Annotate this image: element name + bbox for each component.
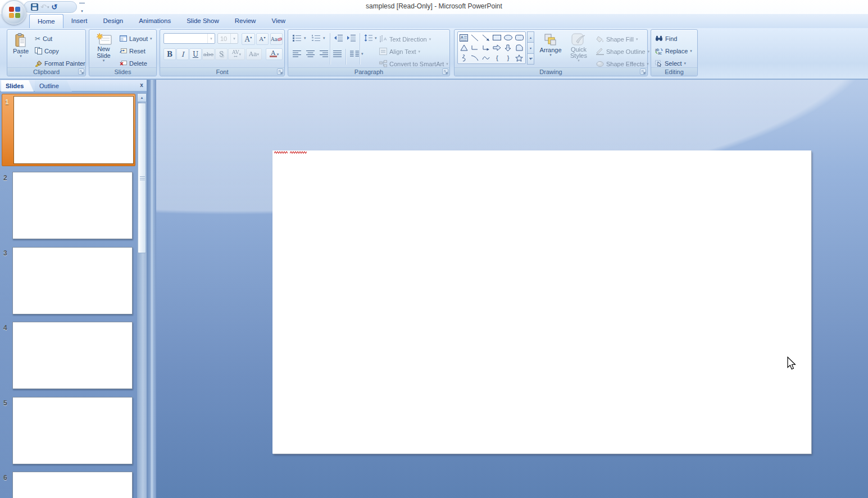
down-arrow-shape-button[interactable]: [503, 43, 514, 53]
curve-shape-button[interactable]: [480, 53, 492, 63]
dialog-launcher-icon: [444, 70, 448, 74]
gallery-more-button[interactable]: ▾: [527, 53, 534, 65]
rectangle-shape-button[interactable]: [492, 33, 503, 43]
right-arrow-shape-button[interactable]: [492, 43, 503, 53]
drawing-dialog-launcher[interactable]: [640, 68, 646, 75]
triangle-shape-button[interactable]: [458, 43, 470, 53]
justify-button[interactable]: [332, 48, 343, 59]
slides-group-label: Slides: [89, 67, 156, 76]
shape-outline-button[interactable]: Shape Outline ▾: [595, 46, 651, 57]
font-size-dropdown-icon[interactable]: ▾: [230, 34, 238, 43]
slide-thumbnail-image: [13, 96, 134, 164]
slide-canvas[interactable]: [272, 150, 811, 454]
character-spacing-button[interactable]: AV↔ ▾: [228, 48, 245, 60]
tab-home[interactable]: Home: [29, 14, 63, 28]
underline-button[interactable]: U: [189, 48, 202, 60]
right-brace-shape-button[interactable]: }: [503, 53, 514, 63]
tab-design[interactable]: Design: [95, 14, 131, 28]
font-color-button[interactable]: A ▾: [266, 48, 283, 60]
shapes-gallery: A { }: [457, 31, 526, 64]
redo-button[interactable]: ↺: [51, 3, 57, 11]
tab-view[interactable]: View: [263, 14, 293, 28]
scribble-shape-button[interactable]: [458, 53, 470, 63]
oval-shape-button[interactable]: [503, 33, 514, 43]
bold-button[interactable]: B: [163, 48, 176, 60]
grow-font-button[interactable]: A▴: [242, 33, 255, 45]
scrollbar-thumb[interactable]: [138, 103, 146, 253]
slide-thumbnail-3[interactable]: [12, 247, 133, 314]
font-name-dropdown-icon[interactable]: ▾: [207, 34, 215, 43]
quick-styles-button[interactable]: Quick Styles ▾: [565, 31, 593, 67]
save-button[interactable]: [31, 3, 38, 11]
line-spacing-button[interactable]: ▾: [363, 33, 378, 43]
bullets-button[interactable]: ▾: [292, 33, 307, 43]
snip-corner-shape-button[interactable]: [513, 43, 525, 53]
strikethrough-button[interactable]: abe: [202, 48, 215, 60]
star-shape-button[interactable]: [513, 53, 525, 63]
cut-button[interactable]: ✂ Cut: [34, 33, 53, 44]
slide-number: 4: [3, 324, 11, 332]
slide-thumbnail-4[interactable]: [12, 322, 133, 389]
font-name-combobox[interactable]: ▾: [163, 33, 215, 44]
paragraph-dialog-launcher[interactable]: [442, 68, 448, 75]
underline-letter: U: [193, 51, 198, 58]
slide-thumbnail-6[interactable]: [12, 472, 133, 498]
shape-fill-button[interactable]: Shape Fill ▾: [595, 34, 639, 44]
slide-thumbnail-2[interactable]: [12, 172, 133, 239]
clear-formatting-button[interactable]: Aa: [270, 33, 283, 45]
arrow-shape-button[interactable]: [480, 33, 492, 43]
replace-button[interactable]: abac Replace ▾: [654, 45, 693, 56]
arc-shape-button[interactable]: [470, 53, 481, 63]
layout-button[interactable]: Layout ▾: [119, 33, 153, 44]
line-shape-button[interactable]: [470, 33, 481, 43]
office-button[interactable]: [2, 0, 26, 25]
copy-button[interactable]: Copy: [34, 45, 60, 56]
align-right-button[interactable]: [319, 48, 329, 59]
tab-insert[interactable]: Insert: [63, 14, 96, 28]
elbow-connector-shape-button[interactable]: [470, 43, 481, 53]
align-center-button[interactable]: [305, 48, 316, 59]
scrollbar-up-button[interactable]: ▴: [137, 93, 147, 102]
shrink-font-button[interactable]: A▾: [256, 33, 269, 45]
pane-scrollbar[interactable]: ▴: [137, 93, 147, 498]
italic-button[interactable]: I: [176, 48, 189, 60]
slide-number: 3: [3, 249, 11, 257]
align-text-button[interactable]: Align Text ▾: [378, 46, 421, 57]
tab-slide-show[interactable]: Slide Show: [179, 14, 227, 28]
left-brace-shape-button[interactable]: {: [492, 53, 503, 63]
decrease-indent-button[interactable]: [333, 33, 344, 43]
pane-splitter[interactable]: [147, 80, 156, 498]
rounded-rectangle-shape-button[interactable]: [513, 33, 525, 43]
elbow-arrow-connector-shape-button[interactable]: [480, 43, 492, 53]
columns-button[interactable]: ▾: [349, 48, 365, 59]
clipboard-dialog-launcher[interactable]: [78, 68, 84, 75]
pane-close-button[interactable]: x: [138, 81, 146, 89]
tab-animations[interactable]: Animations: [131, 14, 179, 28]
text-direction-button[interactable]: A Text Direction ▾: [378, 34, 432, 44]
font-size-combobox[interactable]: 10 ▾: [217, 33, 238, 44]
slide-thumbnail-1-selected[interactable]: 1: [2, 94, 135, 166]
align-left-button[interactable]: [292, 48, 302, 59]
font-dialog-launcher[interactable]: [277, 68, 283, 75]
find-button[interactable]: Find: [654, 33, 678, 44]
paste-button[interactable]: Paste ▾: [9, 31, 33, 67]
arrange-button[interactable]: Arrange ▾: [538, 31, 563, 67]
slide-thumbnail-5[interactable]: [12, 397, 133, 464]
tab-review[interactable]: Review: [227, 14, 264, 28]
qat-more-bar: [79, 3, 85, 4]
change-case-button[interactable]: Aa ▾: [246, 48, 262, 60]
layout-label: Layout: [129, 35, 148, 42]
gallery-scroll-down-button[interactable]: ▾: [527, 42, 534, 53]
customize-qat-button[interactable]: ▾: [79, 3, 85, 15]
reset-button[interactable]: Reset: [119, 45, 147, 56]
pane-tab-slides[interactable]: Slides: [1, 80, 34, 92]
new-slide-button[interactable]: New Slide ▾: [90, 31, 117, 67]
text-box-shape-button[interactable]: A: [458, 33, 470, 43]
pane-tab-outline[interactable]: Outline: [35, 80, 72, 92]
increase-indent-button[interactable]: [346, 33, 357, 43]
gallery-scroll-up-button[interactable]: ▴: [527, 31, 534, 43]
slides-pane: Slides Outline x 1 2 3 4 5 6 ▴: [0, 80, 147, 498]
text-shadow-button[interactable]: S: [215, 48, 228, 60]
undo-button[interactable]: ↶▾: [40, 3, 49, 11]
numbering-button[interactable]: ▾: [311, 33, 326, 43]
